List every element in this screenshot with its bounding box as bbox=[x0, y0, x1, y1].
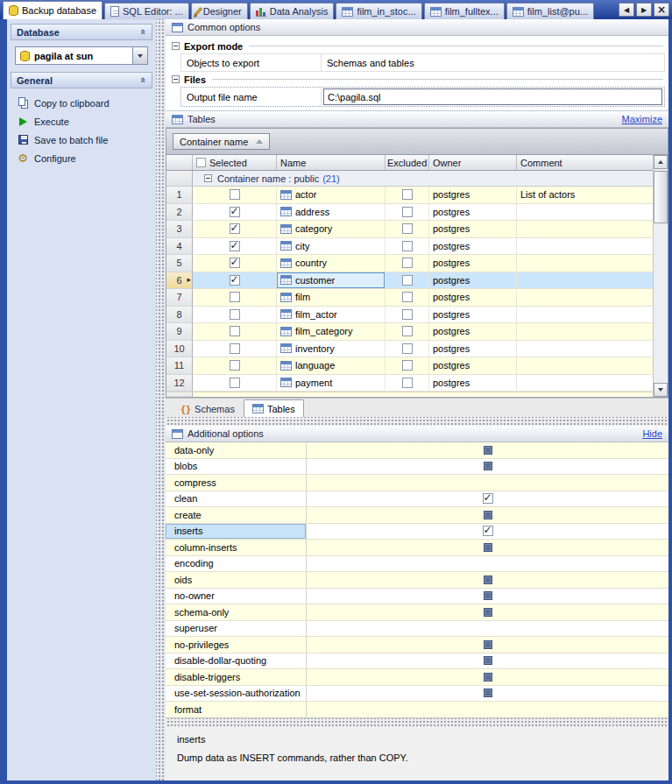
selected-cell[interactable] bbox=[193, 307, 277, 324]
export-mode-group-title[interactable]: Export mode bbox=[169, 39, 665, 53]
option-row[interactable]: encoding bbox=[166, 556, 668, 573]
sidebar-splitter[interactable] bbox=[156, 19, 166, 780]
scroll-down-button[interactable] bbox=[654, 383, 668, 397]
excluded-cell[interactable] bbox=[386, 323, 429, 341]
table-row[interactable]: 5 country postgres bbox=[166, 255, 653, 272]
horizontal-splitter[interactable] bbox=[166, 718, 668, 727]
selected-checkbox[interactable] bbox=[230, 292, 240, 302]
option-row[interactable]: inserts bbox=[166, 524, 668, 540]
option-checkbox[interactable] bbox=[484, 462, 492, 470]
selected-checkbox[interactable] bbox=[230, 223, 240, 234]
view-tab[interactable]: Schemas bbox=[172, 399, 244, 417]
window-tab[interactable]: Designer bbox=[191, 3, 248, 19]
files-group-title[interactable]: Files bbox=[169, 72, 665, 87]
collapse-chevron-icon[interactable]: « bbox=[138, 77, 149, 83]
scrollbar-track[interactable] bbox=[654, 169, 668, 383]
name-cell[interactable]: city bbox=[277, 238, 386, 256]
window-tab[interactable]: film_in_stoc... bbox=[336, 3, 421, 19]
sidebar-action[interactable]: Save to batch file bbox=[7, 131, 156, 149]
maximize-link[interactable]: Maximize bbox=[622, 114, 662, 124]
option-label[interactable]: create bbox=[166, 507, 307, 524]
selected-checkbox[interactable] bbox=[230, 241, 240, 251]
selected-cell[interactable] bbox=[193, 221, 277, 238]
table-row[interactable]: 3 category postgres bbox=[166, 221, 653, 238]
option-label[interactable]: column-inserts bbox=[166, 540, 307, 556]
excluded-cell[interactable] bbox=[386, 221, 429, 238]
table-row[interactable]: 4 city postgres bbox=[166, 238, 653, 256]
collapse-icon[interactable] bbox=[172, 42, 180, 50]
excluded-cell[interactable] bbox=[386, 272, 429, 290]
select-all-checkbox[interactable] bbox=[196, 158, 206, 167]
sidebar-section-database[interactable]: Database « bbox=[11, 24, 152, 40]
excluded-checkbox[interactable] bbox=[402, 292, 413, 302]
option-value-cell[interactable] bbox=[307, 540, 668, 556]
group-row[interactable]: Container name : public (21) bbox=[166, 171, 653, 187]
excluded-cell[interactable] bbox=[386, 289, 429, 307]
scroll-up-button[interactable] bbox=[654, 155, 668, 169]
scrollbar-thumb[interactable] bbox=[654, 171, 668, 223]
sidebar-section-general[interactable]: General « bbox=[11, 72, 152, 88]
option-value-cell[interactable] bbox=[307, 637, 668, 653]
name-cell[interactable]: inventory bbox=[277, 341, 386, 358]
option-value-cell[interactable] bbox=[307, 442, 668, 459]
window-tab[interactable]: Backup database bbox=[3, 1, 103, 19]
sidebar-action[interactable]: Copy to clipboard bbox=[7, 94, 156, 112]
option-checkbox[interactable] bbox=[483, 526, 493, 536]
sidebar-action[interactable]: Execute bbox=[7, 112, 156, 131]
excluded-checkbox[interactable] bbox=[402, 207, 413, 217]
selected-checkbox[interactable] bbox=[230, 309, 240, 320]
option-checkbox[interactable] bbox=[484, 446, 492, 455]
selected-cell[interactable] bbox=[193, 272, 277, 290]
name-cell[interactable]: address bbox=[277, 204, 386, 222]
output-file-name-input[interactable]: C:\pagila.sql bbox=[323, 88, 662, 105]
vertical-scrollbar[interactable] bbox=[653, 155, 668, 397]
column-header-comment[interactable]: Comment bbox=[517, 155, 653, 170]
window-tab[interactable]: SQL Editor: ... bbox=[104, 3, 189, 19]
option-checkbox[interactable] bbox=[484, 511, 492, 519]
selected-cell[interactable] bbox=[193, 204, 277, 222]
option-row[interactable]: clean bbox=[166, 491, 668, 508]
excluded-cell[interactable] bbox=[386, 187, 429, 204]
excluded-cell[interactable] bbox=[386, 255, 429, 272]
selected-cell[interactable] bbox=[193, 341, 277, 358]
database-selector[interactable]: pagila at sun bbox=[15, 46, 148, 65]
option-value-cell[interactable] bbox=[307, 507, 668, 524]
column-header-excluded[interactable]: Excluded bbox=[386, 155, 429, 170]
option-value-cell[interactable] bbox=[307, 669, 668, 686]
excluded-checkbox[interactable] bbox=[402, 309, 413, 320]
option-label[interactable]: blobs bbox=[166, 459, 307, 476]
option-checkbox[interactable] bbox=[484, 576, 492, 584]
option-value-cell[interactable] bbox=[307, 556, 668, 573]
option-value-cell[interactable] bbox=[307, 475, 668, 491]
selected-cell[interactable] bbox=[193, 289, 277, 307]
option-value-cell[interactable] bbox=[307, 604, 668, 621]
selected-checkbox[interactable] bbox=[230, 258, 240, 268]
excluded-cell[interactable] bbox=[386, 307, 429, 324]
excluded-checkbox[interactable] bbox=[402, 223, 413, 234]
selected-cell[interactable] bbox=[193, 375, 277, 392]
option-row[interactable]: oids bbox=[166, 572, 668, 589]
option-value-cell[interactable] bbox=[307, 702, 668, 718]
name-cell[interactable]: actor bbox=[277, 187, 386, 204]
selected-cell[interactable] bbox=[193, 323, 277, 341]
selected-checkbox[interactable] bbox=[230, 343, 240, 354]
option-checkbox[interactable] bbox=[484, 689, 492, 697]
name-cell[interactable]: country bbox=[277, 255, 386, 272]
name-cell[interactable]: film bbox=[277, 289, 386, 307]
selected-checkbox[interactable] bbox=[230, 189, 240, 200]
option-label[interactable]: inserts bbox=[166, 524, 307, 540]
excluded-cell[interactable] bbox=[386, 238, 429, 256]
option-row[interactable]: compress bbox=[166, 475, 668, 491]
selected-checkbox[interactable] bbox=[230, 207, 240, 217]
option-row[interactable]: superuser bbox=[166, 621, 668, 638]
option-label[interactable]: superuser bbox=[166, 621, 307, 638]
excluded-checkbox[interactable] bbox=[402, 241, 413, 251]
name-cell[interactable]: film_actor bbox=[277, 307, 386, 324]
window-tab[interactable]: film_fulltex... bbox=[424, 3, 505, 19]
option-label[interactable]: disable-dollar-quoting bbox=[166, 653, 307, 670]
option-row[interactable]: disable-triggers bbox=[166, 669, 668, 686]
name-cell[interactable]: category bbox=[277, 221, 386, 238]
table-row[interactable]: 8 film_actor postgres bbox=[166, 307, 653, 324]
excluded-checkbox[interactable] bbox=[402, 360, 413, 371]
hide-link[interactable]: Hide bbox=[642, 428, 662, 439]
